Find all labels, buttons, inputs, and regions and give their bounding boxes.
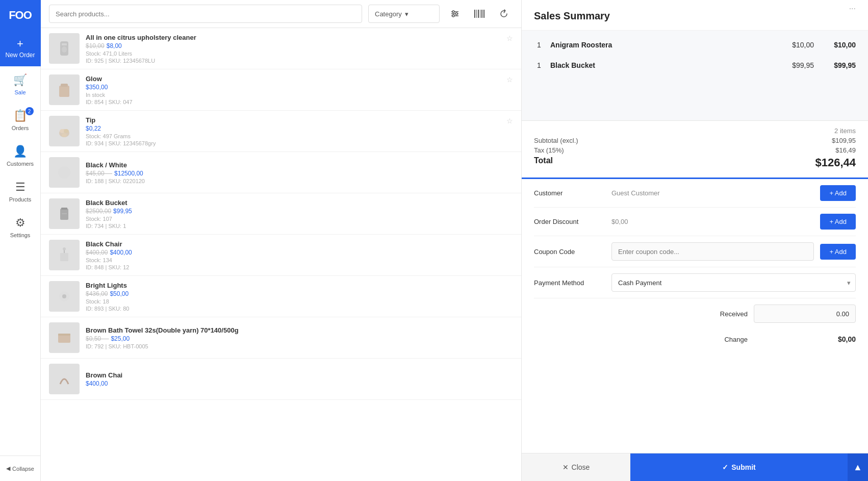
svg-point-30 — [62, 294, 66, 298]
product-price: $10,00$8,00 — [86, 42, 513, 49]
list-item[interactable]: Black / White $45,00 —$12500,00 ID: 188 … — [41, 152, 521, 193]
favorite-icon[interactable]: ☆ — [506, 34, 513, 42]
item-name: Black Bucket — [550, 61, 772, 69]
close-label: Close — [572, 463, 590, 471]
add-coupon-button[interactable]: + Add — [820, 244, 856, 260]
payment-method-select[interactable]: Cash Payment Card Payment Bank Transfer — [611, 273, 856, 292]
chevron-down-icon: ▾ — [405, 10, 409, 18]
payment-select-wrapper: Cash Payment Card Payment Bank Transfer — [611, 273, 856, 292]
payment-label: Payment Method — [534, 279, 605, 287]
product-stock: In stock — [86, 92, 513, 98]
sidebar-item-customers[interactable]: 👤 Customers — [0, 138, 41, 173]
category-select[interactable]: Category ▾ — [368, 5, 440, 23]
close-button[interactable]: ✕ Close — [522, 453, 630, 481]
order-items-spacer — [522, 75, 868, 116]
item-name: Anigram Roostera — [550, 41, 772, 49]
product-list: All in one citrus upholstery cleaner $10… — [41, 28, 521, 481]
product-name: Bright Lights — [86, 282, 513, 289]
list-item[interactable]: Black Chair $400,00$400,00 Stock: 134 ID… — [41, 235, 521, 276]
received-input[interactable] — [754, 305, 856, 323]
total-label: Total — [534, 156, 553, 169]
favorite-icon[interactable]: ☆ — [506, 117, 513, 125]
coupon-row: Coupon Code + Add — [534, 236, 856, 267]
sidebar-item-label-customers: Customers — [7, 161, 34, 167]
change-label: Change — [534, 336, 748, 343]
product-price: $45,00 —$12500,00 — [86, 170, 513, 177]
new-order-button[interactable]: + New Order — [0, 31, 41, 66]
svg-rect-26 — [60, 253, 68, 261]
barcode-icon[interactable] — [470, 5, 489, 23]
subtotal-row: Subtotal (excl.) $109,95 — [534, 137, 856, 144]
svg-rect-16 — [59, 86, 69, 97]
product-info: Black Bucket $2500,00$99,95 Stock: 107 I… — [86, 199, 513, 229]
sidebar-item-sale[interactable]: 🛒 Sale — [0, 66, 41, 102]
add-customer-button[interactable]: + Add — [820, 185, 856, 201]
sidebar-item-label-products: Products — [9, 196, 31, 202]
product-price: $400,00$400,00 — [86, 249, 513, 256]
favorite-icon[interactable]: ☆ — [506, 75, 513, 84]
sale-icon: 🛒 — [13, 73, 27, 87]
sidebar-item-products[interactable]: ☰ Products — [0, 173, 41, 209]
sidebar-item-label-orders: Orders — [12, 125, 29, 131]
item-qty: 1 — [534, 41, 544, 49]
product-info: Tip $0,22 Stock: 497 Grams ID: 934 | SKU… — [86, 116, 513, 146]
sidebar-item-label-settings: Settings — [10, 232, 31, 238]
product-thumbnail — [49, 74, 80, 105]
collapse-label: Collapse — [12, 466, 34, 472]
sidebar-item-settings[interactable]: ⚙ Settings — [0, 209, 41, 245]
list-item[interactable]: Tip $0,22 Stock: 497 Grams ID: 934 | SKU… — [41, 111, 521, 152]
received-row: Received — [534, 298, 856, 329]
svg-point-20 — [64, 129, 69, 133]
customer-row: Customer Guest Customer + Add — [534, 179, 856, 208]
list-item[interactable]: Black Bucket $2500,00$99,95 Stock: 107 I… — [41, 193, 521, 235]
item-qty: 1 — [534, 61, 544, 69]
items-count: 2 items — [534, 127, 856, 135]
list-item[interactable]: Bright Lights $436,00$50,00 Stock: 18 ID… — [41, 276, 521, 317]
form-section: ··· Customer Guest Customer + Add Order … — [522, 178, 868, 453]
svg-rect-6 — [474, 10, 475, 18]
category-label: Category — [375, 10, 402, 18]
total-value: $126,44 — [815, 156, 856, 169]
sidebar-item-label-sale: Sale — [14, 89, 25, 95]
sidebar-item-orders[interactable]: 📋 Orders 2 — [0, 102, 41, 138]
sales-summary-title: Sales Summary — [522, 0, 868, 31]
list-item[interactable]: Brown Chai $400,00 — [41, 359, 521, 400]
expand-icon: ▲ — [853, 462, 862, 473]
submit-expand-button[interactable]: ▲ — [848, 453, 868, 481]
product-name: Black Bucket — [86, 199, 513, 207]
svg-rect-10 — [481, 10, 482, 18]
orders-icon: 📋 — [13, 109, 27, 122]
sidebar: FOO + New Order 🛒 Sale 📋 Orders 2 👤 Cust… — [0, 0, 41, 481]
product-info: Bright Lights $436,00$50,00 Stock: 18 ID… — [86, 282, 513, 312]
svg-rect-9 — [480, 10, 480, 18]
svg-point-28 — [63, 247, 66, 250]
discount-value: $0,00 — [611, 218, 814, 225]
order-items: 1 Anigram Roostera $10,00 $10,00 1 Black… — [522, 31, 868, 120]
product-info: Black Chair $400,00$400,00 Stock: 134 ID… — [86, 240, 513, 270]
refresh-icon[interactable] — [495, 5, 513, 23]
svg-rect-31 — [58, 335, 70, 343]
item-total-price: $99,95 — [820, 61, 856, 69]
coupon-input[interactable] — [611, 242, 814, 261]
product-info: Black / White $45,00 —$12500,00 ID: 188 … — [86, 161, 513, 184]
collapse-button[interactable]: ◀ Collapse — [0, 455, 41, 481]
submit-button[interactable]: ✓ Submit — [630, 453, 848, 481]
subtotal-label: Subtotal (excl.) — [534, 137, 578, 144]
order-item-row: 1 Black Bucket $99,95 $99,95 — [522, 55, 868, 75]
list-item[interactable]: Glow $350,00 In stock ID: 854 | SKU: 047… — [41, 69, 521, 111]
add-discount-button[interactable]: + Add — [820, 214, 856, 230]
filter-icon[interactable] — [446, 5, 464, 23]
svg-rect-8 — [478, 10, 479, 18]
list-item[interactable]: All in one citrus upholstery cleaner $10… — [41, 28, 521, 69]
top-bar: Category ▾ — [41, 0, 521, 28]
product-price: $0,50 —$25,00 — [86, 335, 513, 342]
order-item-row: 1 Anigram Roostera $10,00 $10,00 — [522, 35, 868, 55]
search-input[interactable] — [49, 5, 362, 23]
customers-icon: 👤 — [13, 145, 27, 158]
product-price: $436,00$50,00 — [86, 290, 513, 297]
list-item[interactable]: Brown Bath Towel 32s(Double yarn) 70*140… — [41, 317, 521, 359]
product-id: ID: 925 | SKU: 12345678LU — [86, 58, 513, 64]
item-total-price: $10,00 — [820, 41, 856, 49]
product-stock: Stock: 471,0 Liters — [86, 50, 513, 57]
product-id: ID: 893 | SKU: 80 — [86, 306, 513, 312]
